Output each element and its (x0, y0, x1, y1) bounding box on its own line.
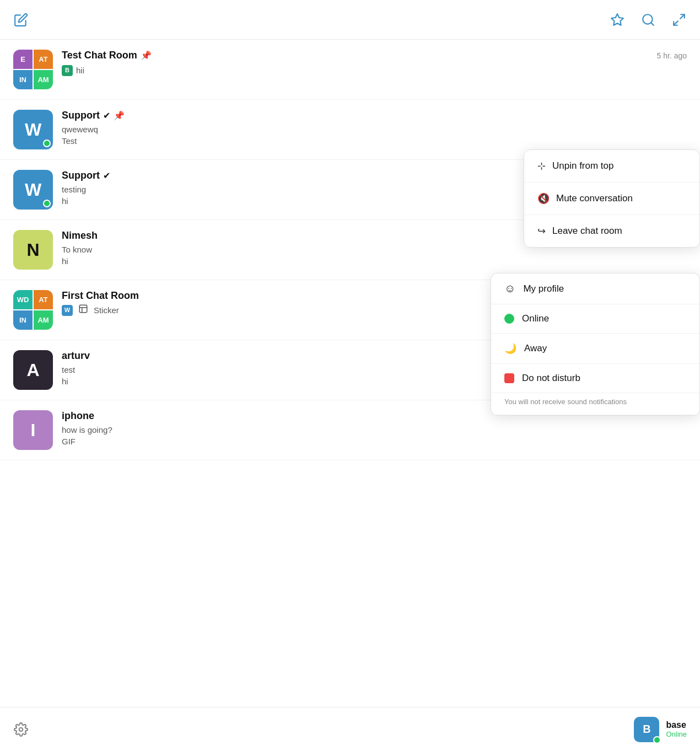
preview-line2: Test (62, 135, 687, 147)
svg-rect-5 (79, 305, 87, 313)
header (0, 0, 700, 40)
footer-avatar-letter: B (643, 723, 650, 736)
away-status-button[interactable]: 🌙 Away (491, 334, 699, 364)
svg-line-4 (674, 21, 678, 25)
svg-line-2 (651, 23, 654, 25)
chat-name: Support (62, 170, 100, 181)
unpin-label: Unpin from top (552, 160, 614, 171)
mute-icon: 🔇 (537, 192, 550, 205)
expand-icon[interactable] (671, 12, 687, 28)
online-label: Online (522, 313, 549, 324)
chat-content: Test Chat Room 📌 5 hr. ago B hii (62, 50, 687, 76)
chat-preview: B hii (62, 63, 687, 76)
my-profile-label: My profile (523, 283, 564, 294)
list-item[interactable]: E AT IN AM Test Chat Room 📌 5 hr. ago B … (0, 40, 700, 100)
chat-name-row: Support ✔ 📌 (62, 110, 687, 121)
chat-name: Nimesh (62, 230, 98, 242)
leave-button[interactable]: ↪ Leave chat room (524, 215, 699, 247)
chat-content: iphone how is going? GIF (62, 410, 687, 447)
svg-point-8 (19, 727, 23, 731)
online-status-dot (43, 140, 51, 147)
chat-name: Support (62, 110, 100, 121)
leave-icon: ↪ (537, 225, 546, 237)
leave-label: Leave chat room (552, 226, 622, 237)
avatar: I (13, 410, 53, 450)
list-item[interactable]: I iphone how is going? GIF ☺ My profile … (0, 400, 700, 460)
svg-marker-0 (611, 14, 623, 25)
mute-label: Mute conversation (556, 193, 633, 204)
context-menu: ⊹ Unpin from top 🔇 Mute conversation ↪ L… (524, 149, 700, 248)
online-dot (504, 314, 514, 324)
chat-name: arturv (62, 350, 90, 362)
unpin-icon: ⊹ (537, 160, 546, 172)
chat-list: E AT IN AM Test Chat Room 📌 5 hr. ago B … (0, 40, 700, 460)
footer-user[interactable]: B base Online (634, 717, 687, 742)
avatar-letter: W (25, 180, 41, 200)
pin-icon: 📌 (141, 50, 152, 61)
favorite-icon[interactable] (610, 12, 625, 28)
preview-line2: hi (62, 255, 687, 267)
avatar-cell: IN (13, 70, 33, 89)
avatar: W (13, 110, 53, 149)
avatar-cell: E (13, 50, 33, 69)
preview-badge: B (62, 65, 73, 76)
chat-preview: how is going? GIF (62, 424, 687, 447)
chat-name-row: Test Chat Room 📌 5 hr. ago (62, 50, 687, 61)
avatar-cell: AT (34, 290, 53, 309)
dnd-section: Do not disturb You will not receive soun… (491, 364, 699, 415)
away-label: Away (524, 343, 547, 354)
compose-icon[interactable] (13, 12, 29, 28)
chat-time: 5 hr. ago (657, 51, 687, 60)
svg-line-3 (680, 14, 685, 19)
footer: B base Online (0, 707, 700, 751)
profile-menu: ☺ My profile Online 🌙 Away Do not distur… (491, 273, 700, 416)
avatar-letter: A (26, 360, 39, 380)
avatar: W (13, 170, 53, 210)
settings-icon[interactable] (13, 722, 29, 737)
chat-name: Test Chat Room (62, 50, 137, 61)
chat-preview: qwewewq Test (62, 124, 687, 147)
preview-text: hii (76, 65, 84, 76)
verified-badge: ✔ (103, 110, 110, 121)
footer-online-dot (653, 736, 661, 744)
dnd-hint: You will not receive sound notifications (491, 393, 699, 415)
header-actions (610, 12, 687, 28)
unpin-button[interactable]: ⊹ Unpin from top (524, 150, 699, 183)
sticker-icon (78, 304, 88, 317)
avatar: A (13, 350, 53, 390)
chat-name: iphone (62, 410, 94, 422)
preview-line1: how is going? (62, 424, 687, 436)
online-status-button[interactable]: Online (491, 304, 699, 334)
avatar-letter: W (25, 120, 41, 140)
sticker-label: Sticker (94, 304, 119, 316)
dnd-label: Do not disturb (522, 373, 580, 384)
avatar-letter: N (26, 240, 39, 260)
list-item[interactable]: W Support ✔ 📌 qwewewq Test ⊹ Unpin from … (0, 100, 700, 160)
avatar-cell: IN (13, 310, 33, 330)
away-icon: 🌙 (504, 342, 516, 355)
avatar-group: E AT IN AM (13, 50, 53, 89)
search-icon[interactable] (640, 12, 656, 28)
verified-badge: ✔ (103, 170, 110, 181)
avatar-cell: WD (13, 290, 33, 309)
pin-icon: 📌 (114, 110, 125, 121)
avatar-group: WD AT IN AM (13, 290, 53, 330)
preview-badge: W (62, 305, 73, 316)
mute-button[interactable]: 🔇 Mute conversation (524, 183, 699, 215)
footer-username: base (666, 720, 687, 730)
footer-user-info: base Online (666, 720, 687, 738)
avatar: N (13, 230, 53, 270)
preview-line2: GIF (62, 436, 687, 447)
avatar-cell: AM (34, 310, 53, 330)
footer-avatar: B (634, 717, 659, 742)
preview-line1: qwewewq (62, 124, 687, 135)
dnd-status-button[interactable]: Do not disturb (491, 364, 699, 393)
chat-content: Support ✔ 📌 qwewewq Test (62, 110, 687, 147)
chat-name: First Chat Room (62, 290, 139, 302)
footer-status: Online (666, 730, 687, 738)
avatar-cell: AM (34, 70, 53, 89)
avatar-cell: AT (34, 50, 53, 69)
online-status-dot (43, 200, 51, 207)
my-profile-button[interactable]: ☺ My profile (491, 273, 699, 304)
dnd-dot (504, 373, 514, 383)
